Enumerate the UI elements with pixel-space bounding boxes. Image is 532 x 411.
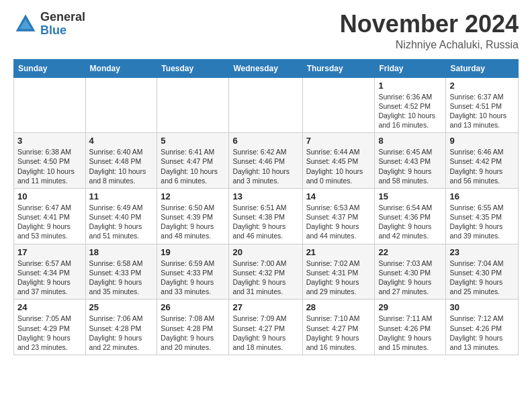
day-number: 7 — [306, 136, 371, 146]
calendar-cell: 10Sunrise: 6:47 AMSunset: 4:41 PMDayligh… — [14, 188, 86, 244]
calendar-cell — [157, 77, 229, 133]
calendar-cell: 20Sunrise: 7:00 AMSunset: 4:32 PMDayligh… — [229, 244, 302, 300]
day-number: 18 — [89, 247, 154, 257]
calendar-day-header: Wednesday — [229, 59, 302, 77]
logo-general: General — [40, 11, 85, 24]
calendar-cell: 12Sunrise: 6:50 AMSunset: 4:39 PMDayligh… — [157, 188, 229, 244]
day-number: 17 — [17, 247, 82, 257]
calendar-cell: 25Sunrise: 7:06 AMSunset: 4:28 PMDayligh… — [85, 300, 157, 355]
day-number: 14 — [306, 191, 371, 201]
calendar-cell: 26Sunrise: 7:08 AMSunset: 4:28 PMDayligh… — [157, 300, 229, 355]
day-info: Sunrise: 6:57 AMSunset: 4:34 PMDaylight:… — [17, 259, 82, 297]
day-number: 9 — [449, 136, 515, 146]
page: General Blue November 2024 Nizhniye Acha… — [0, 0, 532, 366]
day-info: Sunrise: 7:10 AMSunset: 4:27 PMDaylight:… — [306, 314, 371, 352]
day-info: Sunrise: 7:06 AMSunset: 4:28 PMDaylight:… — [89, 314, 154, 352]
calendar-day-header: Monday — [85, 59, 157, 77]
day-number: 21 — [306, 247, 371, 257]
day-number: 26 — [161, 302, 225, 312]
calendar-cell: 13Sunrise: 6:51 AMSunset: 4:38 PMDayligh… — [229, 188, 302, 244]
day-info: Sunrise: 7:11 AMSunset: 4:26 PMDaylight:… — [378, 314, 442, 352]
calendar-cell — [302, 77, 375, 133]
day-info: Sunrise: 6:54 AMSunset: 4:36 PMDaylight:… — [378, 203, 442, 241]
day-number: 27 — [232, 302, 298, 312]
calendar-cell: 11Sunrise: 6:49 AMSunset: 4:40 PMDayligh… — [85, 188, 157, 244]
day-info: Sunrise: 6:47 AMSunset: 4:41 PMDaylight:… — [17, 203, 82, 241]
day-number: 16 — [449, 191, 515, 201]
day-info: Sunrise: 7:05 AMSunset: 4:29 PMDaylight:… — [17, 314, 82, 352]
calendar-cell: 22Sunrise: 7:03 AMSunset: 4:30 PMDayligh… — [375, 244, 446, 300]
title-block: November 2024 Nizhniye Achaluki, Russia — [340, 11, 519, 51]
day-info: Sunrise: 6:36 AMSunset: 4:52 PMDaylight:… — [378, 92, 442, 130]
calendar-day-header: Saturday — [446, 59, 519, 77]
logo-text: General Blue — [40, 11, 85, 38]
calendar-cell: 29Sunrise: 7:11 AMSunset: 4:26 PMDayligh… — [375, 300, 446, 355]
calendar-cell: 15Sunrise: 6:54 AMSunset: 4:36 PMDayligh… — [375, 188, 446, 244]
calendar-cell: 4Sunrise: 6:40 AMSunset: 4:48 PMDaylight… — [85, 133, 157, 189]
day-info: Sunrise: 6:37 AMSunset: 4:51 PMDaylight:… — [449, 92, 515, 130]
calendar-cell: 19Sunrise: 6:59 AMSunset: 4:33 PMDayligh… — [157, 244, 229, 300]
calendar-week-row: 1Sunrise: 6:36 AMSunset: 4:52 PMDaylight… — [14, 77, 519, 133]
day-info: Sunrise: 6:41 AMSunset: 4:47 PMDaylight:… — [161, 147, 225, 185]
calendar-week-row: 17Sunrise: 6:57 AMSunset: 4:34 PMDayligh… — [14, 244, 519, 300]
day-number: 10 — [17, 191, 82, 201]
calendar-header-row: SundayMondayTuesdayWednesdayThursdayFrid… — [14, 59, 519, 77]
day-number: 29 — [378, 302, 442, 312]
day-info: Sunrise: 7:12 AMSunset: 4:26 PMDaylight:… — [449, 314, 515, 352]
day-number: 6 — [232, 136, 298, 146]
calendar-cell: 7Sunrise: 6:44 AMSunset: 4:45 PMDaylight… — [302, 133, 375, 189]
day-info: Sunrise: 6:49 AMSunset: 4:40 PMDaylight:… — [89, 203, 154, 241]
day-info: Sunrise: 7:09 AMSunset: 4:27 PMDaylight:… — [232, 314, 298, 352]
calendar-day-header: Friday — [375, 59, 446, 77]
day-info: Sunrise: 7:08 AMSunset: 4:28 PMDaylight:… — [161, 314, 225, 352]
calendar-cell: 9Sunrise: 6:46 AMSunset: 4:42 PMDaylight… — [446, 133, 519, 189]
day-info: Sunrise: 7:03 AMSunset: 4:30 PMDaylight:… — [378, 259, 442, 297]
calendar-week-row: 24Sunrise: 7:05 AMSunset: 4:29 PMDayligh… — [14, 300, 519, 355]
day-number: 5 — [161, 136, 225, 146]
calendar: SundayMondayTuesdayWednesdayThursdayFrid… — [13, 59, 519, 355]
calendar-cell — [229, 77, 302, 133]
location: Nizhniye Achaluki, Russia — [340, 39, 519, 51]
day-number: 13 — [232, 191, 298, 201]
logo-blue: Blue — [40, 24, 85, 38]
calendar-cell: 24Sunrise: 7:05 AMSunset: 4:29 PMDayligh… — [14, 300, 86, 355]
calendar-cell: 6Sunrise: 6:42 AMSunset: 4:46 PMDaylight… — [229, 133, 302, 189]
calendar-cell: 17Sunrise: 6:57 AMSunset: 4:34 PMDayligh… — [14, 244, 86, 300]
logo: General Blue — [13, 11, 85, 38]
day-info: Sunrise: 6:46 AMSunset: 4:42 PMDaylight:… — [449, 147, 515, 185]
day-number: 22 — [378, 247, 442, 257]
day-number: 24 — [17, 302, 82, 312]
calendar-cell: 23Sunrise: 7:04 AMSunset: 4:30 PMDayligh… — [446, 244, 519, 300]
calendar-cell: 30Sunrise: 7:12 AMSunset: 4:26 PMDayligh… — [446, 300, 519, 355]
day-info: Sunrise: 6:45 AMSunset: 4:43 PMDaylight:… — [378, 147, 442, 185]
header: General Blue November 2024 Nizhniye Acha… — [13, 11, 519, 51]
calendar-day-header: Sunday — [14, 59, 86, 77]
day-number: 23 — [449, 247, 515, 257]
calendar-cell: 5Sunrise: 6:41 AMSunset: 4:47 PMDaylight… — [157, 133, 229, 189]
day-info: Sunrise: 6:58 AMSunset: 4:33 PMDaylight:… — [89, 259, 154, 297]
calendar-cell: 1Sunrise: 6:36 AMSunset: 4:52 PMDaylight… — [375, 77, 446, 133]
day-info: Sunrise: 6:38 AMSunset: 4:50 PMDaylight:… — [17, 147, 82, 185]
day-info: Sunrise: 6:50 AMSunset: 4:39 PMDaylight:… — [161, 203, 225, 241]
day-number: 19 — [161, 247, 225, 257]
day-number: 28 — [306, 302, 371, 312]
calendar-cell: 14Sunrise: 6:53 AMSunset: 4:37 PMDayligh… — [302, 188, 375, 244]
calendar-cell: 27Sunrise: 7:09 AMSunset: 4:27 PMDayligh… — [229, 300, 302, 355]
day-info: Sunrise: 6:44 AMSunset: 4:45 PMDaylight:… — [306, 147, 371, 185]
day-number: 8 — [378, 136, 442, 146]
day-number: 30 — [449, 302, 515, 312]
calendar-day-header: Thursday — [302, 59, 375, 77]
day-number: 11 — [89, 191, 154, 201]
day-number: 12 — [161, 191, 225, 201]
day-number: 4 — [89, 136, 154, 146]
calendar-cell — [14, 77, 86, 133]
day-number: 3 — [17, 136, 82, 146]
calendar-cell: 16Sunrise: 6:55 AMSunset: 4:35 PMDayligh… — [446, 188, 519, 244]
calendar-cell: 8Sunrise: 6:45 AMSunset: 4:43 PMDaylight… — [375, 133, 446, 189]
day-number: 15 — [378, 191, 442, 201]
day-info: Sunrise: 6:55 AMSunset: 4:35 PMDaylight:… — [449, 203, 515, 241]
calendar-week-row: 3Sunrise: 6:38 AMSunset: 4:50 PMDaylight… — [14, 133, 519, 189]
day-number: 1 — [378, 81, 442, 91]
calendar-cell — [85, 77, 157, 133]
month-title: November 2024 — [340, 11, 519, 38]
